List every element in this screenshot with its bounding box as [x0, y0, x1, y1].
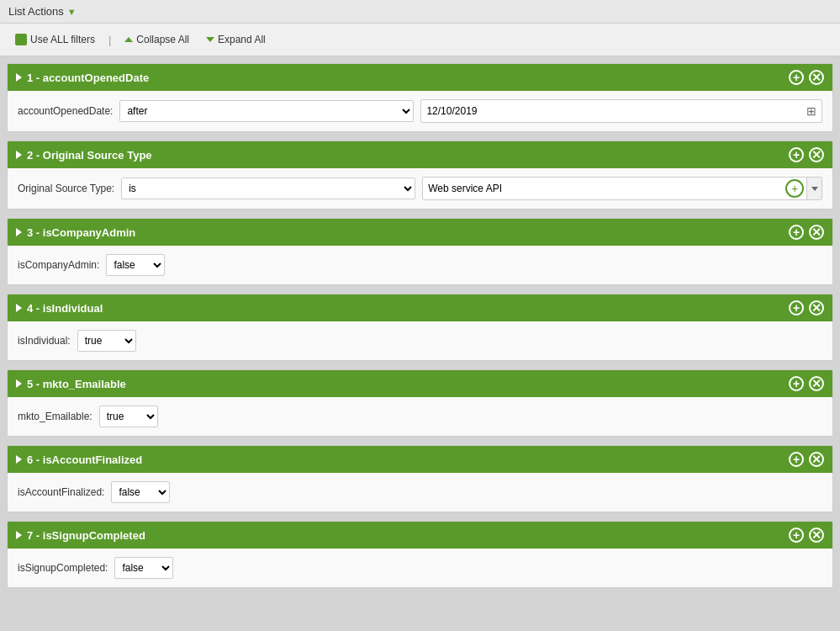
- filter-header-left-7: 7 - isSignupCompleted: [16, 529, 145, 542]
- filter-bool-select-7[interactable]: falsetrue: [114, 557, 173, 579]
- filter-bool-select-3[interactable]: falsetrue: [106, 254, 165, 276]
- filter-header-1: 1 - accountOpenedDate+✕: [8, 64, 832, 91]
- filter-toggle-arrow-5[interactable]: [16, 379, 22, 388]
- filter-title-7: 7 - isSignupCompleted: [27, 529, 145, 542]
- filter-remove-button-1[interactable]: ✕: [809, 70, 824, 85]
- filter-header-right-6: +✕: [789, 452, 824, 467]
- top-bar-arrow: ▼: [67, 7, 77, 17]
- expand-label: Expand All: [218, 34, 266, 45]
- collapse-icon: [124, 37, 133, 42]
- filter-toggle-arrow-3[interactable]: [16, 228, 22, 236]
- filter-date-wrapper-1: ⊞: [420, 99, 822, 123]
- filter-block-2: 2 - Original Source Type+✕Original Sourc…: [7, 141, 833, 209]
- filter-field-label-6: isAccountFinalized:: [18, 486, 104, 498]
- collapse-label: Collapse All: [136, 34, 189, 45]
- filter-remove-button-5[interactable]: ✕: [809, 376, 824, 391]
- toolbar-separator: |: [105, 34, 114, 46]
- filter-header-right-2: +✕: [789, 147, 824, 162]
- filter-body-2: Original Source Type:isis not+: [8, 168, 832, 209]
- filter-bool-select-4[interactable]: falsetrue: [77, 330, 136, 352]
- filter-header-right-7: +✕: [789, 528, 824, 543]
- filter-bool-select-6[interactable]: falsetrue: [111, 481, 170, 503]
- filter-field-label-7: isSignupCompleted:: [18, 562, 108, 574]
- filter-block-4: 4 - isIndividual+✕isIndividual:falsetrue: [7, 294, 833, 361]
- filter-title-6: 6 - isAccountFinalized: [27, 453, 142, 466]
- filter-remove-button-4[interactable]: ✕: [809, 300, 824, 316]
- filter-bool-select-5[interactable]: falsetrue: [99, 406, 158, 427]
- filter-block-5: 5 - mkto_Emailable+✕mkto_Emailable:false…: [7, 369, 833, 437]
- filter-header-left-1: 1 - accountOpenedDate: [16, 72, 149, 84]
- filter-header-2: 2 - Original Source Type+✕: [8, 141, 832, 168]
- top-bar: List Actions ▼: [0, 0, 840, 24]
- filter-header-left-2: 2 - Original Source Type: [16, 149, 152, 162]
- filter-header-5: 5 - mkto_Emailable+✕: [8, 370, 832, 397]
- filter-header-right-3: +✕: [789, 225, 824, 240]
- filter-body-1: accountOpenedDate:afterbeforeonis not⊞: [8, 91, 832, 131]
- calendar-icon-1: ⊞: [801, 104, 822, 118]
- filter-field-label-2: Original Source Type:: [18, 183, 114, 194]
- filter-add-button-1[interactable]: +: [789, 70, 804, 85]
- filter-header-right-5: +✕: [789, 376, 824, 391]
- filter-add-button-4[interactable]: +: [789, 300, 804, 316]
- main-content: 1 - accountOpenedDate+✕accountOpenedDate…: [0, 56, 840, 595]
- filter-source-add-button-2[interactable]: +: [785, 179, 804, 198]
- use-all-filters-button[interactable]: Use ALL filters: [8, 30, 102, 49]
- filter-block-3: 3 - isCompanyAdmin+✕isCompanyAdmin:false…: [7, 218, 833, 285]
- filter-add-button-6[interactable]: +: [789, 452, 804, 467]
- filter-header-left-5: 5 - mkto_Emailable: [16, 378, 126, 390]
- filter-body-7: isSignupCompleted:falsetrue: [8, 549, 832, 587]
- filter-operator-select-1[interactable]: afterbeforeonis not: [119, 100, 414, 122]
- filter-toggle-arrow-4[interactable]: [16, 304, 22, 312]
- filter-body-5: mkto_Emailable:falsetrue: [8, 397, 832, 436]
- use-all-icon: [15, 34, 27, 45]
- filter-toggle-arrow-6[interactable]: [16, 455, 22, 464]
- filter-header-right-1: +✕: [789, 70, 824, 85]
- filter-title-4: 4 - isIndividual: [27, 302, 103, 315]
- expand-all-button[interactable]: Expand All: [199, 30, 272, 49]
- filter-block-6: 6 - isAccountFinalized+✕isAccountFinaliz…: [7, 445, 833, 512]
- filter-add-button-3[interactable]: +: [789, 225, 804, 240]
- filter-block-1: 1 - accountOpenedDate+✕accountOpenedDate…: [7, 63, 833, 132]
- filter-remove-button-3[interactable]: ✕: [809, 225, 824, 240]
- filter-remove-button-7[interactable]: ✕: [809, 528, 824, 543]
- filter-header-left-6: 6 - isAccountFinalized: [16, 453, 142, 466]
- filter-block-7: 7 - isSignupCompleted+✕isSignupCompleted…: [7, 521, 833, 588]
- filter-header-right-4: +✕: [789, 300, 824, 316]
- filter-field-label-1: accountOpenedDate:: [18, 105, 113, 117]
- filter-header-7: 7 - isSignupCompleted+✕: [8, 522, 832, 549]
- filter-toggle-arrow-7[interactable]: [16, 531, 22, 539]
- filter-operator-select-2[interactable]: isis not: [121, 178, 415, 199]
- filter-body-6: isAccountFinalized:falsetrue: [8, 473, 832, 512]
- filter-add-button-7[interactable]: +: [789, 528, 804, 543]
- filter-source-dropdown-button-2[interactable]: [806, 178, 822, 199]
- filter-header-3: 3 - isCompanyAdmin+✕: [8, 219, 832, 246]
- filter-date-input-1[interactable]: [421, 100, 801, 122]
- filter-add-button-2[interactable]: +: [789, 147, 804, 162]
- filter-body-3: isCompanyAdmin:falsetrue: [8, 246, 832, 284]
- filter-source-type-wrapper-2: +: [422, 177, 822, 200]
- filter-title-1: 1 - accountOpenedDate: [27, 72, 149, 84]
- filter-header-left-4: 4 - isIndividual: [16, 302, 103, 315]
- filter-title-2: 2 - Original Source Type: [27, 149, 152, 162]
- filter-title-5: 5 - mkto_Emailable: [27, 378, 126, 390]
- filter-header-left-3: 3 - isCompanyAdmin: [16, 226, 135, 239]
- filter-add-button-5[interactable]: +: [789, 376, 804, 391]
- filter-toggle-arrow-2[interactable]: [16, 151, 22, 159]
- use-all-label: Use ALL filters: [30, 34, 95, 45]
- filter-field-label-5: mkto_Emailable:: [18, 411, 92, 422]
- filter-toggle-arrow-1[interactable]: [16, 73, 22, 82]
- filter-remove-button-6[interactable]: ✕: [809, 452, 824, 467]
- filter-header-4: 4 - isIndividual+✕: [8, 294, 832, 321]
- filter-body-4: isIndividual:falsetrue: [8, 321, 832, 360]
- collapse-all-button[interactable]: Collapse All: [118, 30, 196, 49]
- filter-title-3: 3 - isCompanyAdmin: [27, 226, 135, 239]
- filter-field-label-3: isCompanyAdmin:: [18, 259, 99, 271]
- filter-field-label-4: isIndividual:: [18, 335, 71, 347]
- filter-header-6: 6 - isAccountFinalized+✕: [8, 446, 832, 473]
- toolbar: Use ALL filters | Collapse All Expand Al…: [0, 24, 840, 56]
- chevron-down-icon-2: [811, 187, 818, 191]
- filter-source-input-2[interactable]: [423, 178, 783, 199]
- top-bar-title: List Actions: [8, 5, 64, 18]
- expand-icon: [206, 37, 214, 42]
- filter-remove-button-2[interactable]: ✕: [809, 147, 824, 162]
